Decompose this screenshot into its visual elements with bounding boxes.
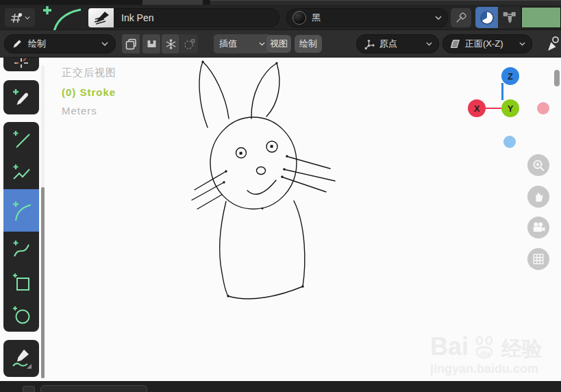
mode-label: 绘制 xyxy=(28,38,96,50)
sidebar-tool-cursor[interactable] xyxy=(3,58,39,71)
axis-y-ball[interactable]: Y xyxy=(501,99,519,117)
watermark-du: du xyxy=(480,349,489,357)
interpolate-label: 插值 xyxy=(219,38,255,50)
axis-y-label: Y xyxy=(508,103,514,114)
draw-mode-pencil-icon xyxy=(12,38,23,49)
pin-icon xyxy=(455,12,467,24)
axis-x-line xyxy=(486,108,502,110)
units-overlay: Meters xyxy=(62,105,97,117)
viewport-scrollbar[interactable] xyxy=(554,70,560,86)
mode-dropdown[interactable]: 绘制 xyxy=(4,34,116,53)
viewport-header: 绘制 xyxy=(0,30,561,58)
material-display-toggle[interactable] xyxy=(475,7,498,28)
vertex-weight-icon xyxy=(502,11,517,25)
brush-name-value: Ink Pen xyxy=(121,12,153,23)
paw-icon: du xyxy=(471,336,499,359)
drawing-plane-label: 正面(X-Z) xyxy=(465,38,515,50)
zoom-button[interactable] xyxy=(527,154,549,176)
polyline-tool-icon xyxy=(11,162,32,183)
grid-icon xyxy=(532,253,545,265)
drawing-plane-dropdown[interactable]: 正面(X-Z) xyxy=(442,34,532,53)
tool-settings-header: Ink Pen 黑 xyxy=(0,5,561,30)
stroke-info-overlay: (0) Stroke xyxy=(62,86,116,98)
sidebar-tool-polyline[interactable] xyxy=(3,156,39,189)
proportional-edit-toggle[interactable] xyxy=(180,34,198,53)
watermark-jingyan: 经验 xyxy=(501,339,543,359)
annotate-tool-icon xyxy=(10,347,32,369)
workspace-tab-fragment[interactable] xyxy=(142,0,203,5)
timeline-header-fragment xyxy=(0,381,561,392)
origin-label: 原点 xyxy=(379,38,421,50)
vertex-color-swatch[interactable] xyxy=(521,7,561,28)
chevron-down-icon xyxy=(25,16,30,20)
timeline-partial-button[interactable] xyxy=(23,386,35,392)
snowflake-icon xyxy=(165,38,177,50)
arc-tool-icon xyxy=(10,199,32,222)
sidebar-tool-box[interactable] xyxy=(3,265,39,299)
box-tool-icon xyxy=(11,272,32,293)
grease-pencil-editor-icon xyxy=(10,12,23,23)
viewport-canvas[interactable]: 正交后视图 (0) Stroke Meters Z X Y xyxy=(0,58,561,381)
gizmo-toggle-icon xyxy=(545,36,561,52)
pan-button[interactable] xyxy=(527,186,549,208)
chevron-down-icon xyxy=(426,42,432,46)
curve-tool-icon xyxy=(11,238,32,259)
interpolate-dropdown[interactable]: 插值 xyxy=(214,34,271,53)
menu-draw[interactable]: 绘制 xyxy=(295,35,322,53)
axis-z-line xyxy=(501,83,503,100)
view-name-overlay: 正交后视图 xyxy=(62,66,116,79)
camera-view-button[interactable] xyxy=(527,217,549,238)
menu-draw-label: 绘制 xyxy=(299,38,317,50)
pan-hand-icon xyxy=(532,191,545,203)
stroke-placement-dropdown[interactable]: 原点 xyxy=(356,34,439,53)
watermark: Bai du 经验 xyxy=(430,334,543,359)
material-preview-icon xyxy=(479,10,495,25)
multiframe-icon xyxy=(146,38,158,49)
chevron-down-icon xyxy=(101,42,108,46)
duplicate-icon xyxy=(125,38,137,50)
axis-x-ball[interactable]: X xyxy=(468,99,486,117)
blender-window: Ink Pen 黑 xyxy=(0,0,561,392)
sidebar-tool-annotate[interactable] xyxy=(3,340,39,377)
draw-tool-icon xyxy=(11,87,32,108)
timeline-partial-field[interactable] xyxy=(40,385,147,392)
show-gizmo-toggle[interactable] xyxy=(543,35,561,53)
axis-neg-x-ball[interactable] xyxy=(537,102,549,114)
view-plane-icon xyxy=(449,39,461,49)
circle-tool-icon xyxy=(11,305,32,326)
topbar-fragment xyxy=(210,0,561,5)
chevron-down-icon xyxy=(259,42,265,46)
editor-type-button[interactable] xyxy=(5,8,35,27)
sidebar-tool-line[interactable] xyxy=(3,122,39,156)
camera-icon xyxy=(532,221,545,234)
toolshelf-scrollbar-thumb[interactable] xyxy=(41,187,45,378)
snap-toggle[interactable] xyxy=(162,34,179,53)
sidebar-tool-arc[interactable] xyxy=(3,189,39,232)
brush-preview-button[interactable] xyxy=(88,8,114,27)
material-name: 黑 xyxy=(312,12,429,24)
vertex-paint-toggle[interactable] xyxy=(498,7,521,28)
cursor-tool-icon xyxy=(13,58,29,71)
chevron-down-icon xyxy=(519,42,525,46)
sidebar-tool-circle[interactable] xyxy=(3,299,39,332)
line-tool-icon xyxy=(11,129,32,149)
axis-z-label: Z xyxy=(508,71,513,82)
watermark-bai: Bai xyxy=(430,334,469,359)
origin-icon xyxy=(363,38,375,50)
material-sphere-icon xyxy=(292,11,306,25)
multiframe-toggle[interactable] xyxy=(142,34,160,53)
perspective-toggle-button[interactable] xyxy=(527,248,549,270)
axis-neg-z-ball[interactable] xyxy=(503,136,516,148)
sidebar-tool-curve[interactable] xyxy=(3,232,39,265)
zoom-in-icon xyxy=(532,159,545,172)
pin-button[interactable] xyxy=(451,8,471,27)
watermark-url: jingyan.baidu.com xyxy=(430,362,538,376)
menu-view[interactable]: 视图 xyxy=(266,35,291,53)
brush-name-input[interactable]: Ink Pen xyxy=(114,8,279,27)
duplicate-toggle[interactable] xyxy=(122,34,140,53)
proportional-edit-icon xyxy=(184,38,195,50)
material-selector[interactable]: 黑 xyxy=(286,8,448,27)
sidebar-tool-draw[interactable] xyxy=(3,80,39,114)
axis-z-ball[interactable]: Z xyxy=(501,67,519,85)
menu-view-label: 视图 xyxy=(270,38,288,50)
